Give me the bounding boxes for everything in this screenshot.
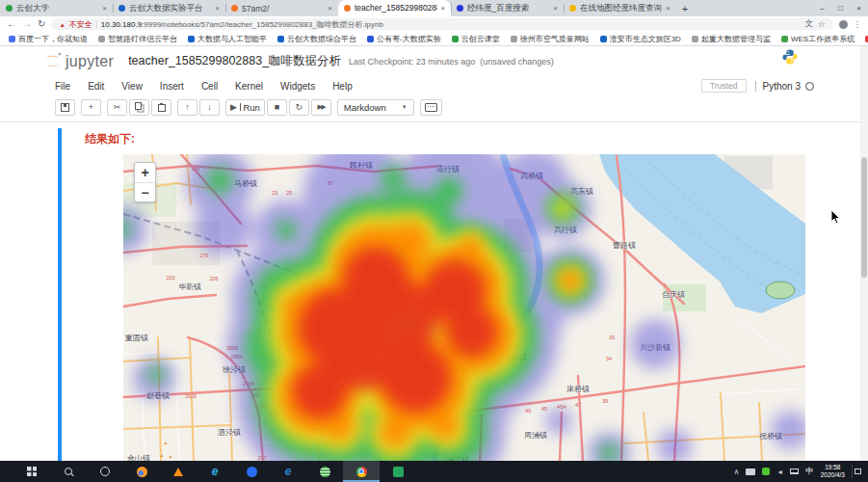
minimize-button[interactable]: – (813, 0, 831, 16)
move-cell-up-button[interactable]: ↑ (177, 99, 197, 116)
bookmark-item[interactable]: 智慧路灯伴侣云平台 (98, 34, 177, 44)
tab-favicon (457, 5, 463, 12)
restart-kernel-button[interactable]: ↻ (289, 99, 309, 116)
url-input[interactable]: ▲ 不安全 10.30.180.9:9999/notebooks/57am2/t… (51, 18, 832, 30)
tray-app-icon[interactable] (762, 468, 770, 475)
bookmark-item[interactable]: 徐州市空气质量网站 (511, 34, 590, 44)
close-button[interactable]: × (850, 0, 868, 16)
add-cell-button[interactable]: + (81, 99, 101, 116)
menu-cell[interactable]: Cell (201, 81, 218, 92)
action-center-icon[interactable] (852, 465, 863, 478)
bookmark-item[interactable]: 云创大数据综合平台 (277, 34, 356, 44)
browser-tab[interactable]: 在线地图经度纬度查询 — 经纬× (564, 0, 676, 16)
input-method-indicator[interactable]: 中 (805, 466, 814, 477)
profile-avatar[interactable] (839, 20, 848, 29)
firefox-button[interactable] (123, 461, 160, 482)
map-zoom-control: + − (134, 162, 156, 202)
tab-close-icon[interactable]: × (102, 4, 107, 13)
notebook-page: jupyter teacher_1585299802883_咖啡数据分析 Las… (0, 46, 868, 461)
map-town-label: 九亭镇 (280, 410, 303, 420)
menu-insert[interactable]: Insert (160, 81, 184, 92)
menu-edit[interactable]: Edit (88, 81, 104, 92)
bookmark-item[interactable]: WES工作效率系统 (781, 34, 855, 44)
menu-view[interactable]: View (121, 81, 143, 92)
search-button[interactable] (50, 461, 87, 482)
cut-cell-button[interactable]: ✂ (107, 99, 127, 116)
tab-close-icon[interactable]: × (328, 4, 332, 13)
tab-close-icon[interactable]: × (215, 4, 220, 13)
clock[interactable]: 19:582020/4/3 (821, 464, 845, 479)
reload-icon[interactable]: ↻ (38, 19, 45, 29)
copy-cell-button[interactable] (129, 99, 149, 116)
map-road-number: 285A (231, 354, 244, 360)
chrome-button[interactable] (343, 461, 380, 482)
tab-close-icon[interactable]: × (440, 4, 445, 13)
bookmark-item[interactable]: 百度一下，你就知道 (9, 34, 88, 44)
network-icon[interactable] (790, 469, 799, 474)
menu-widgets[interactable]: Widgets (280, 81, 315, 92)
bookmark-favicon (277, 36, 284, 42)
save-button[interactable] (55, 99, 75, 116)
vlc-button[interactable] (160, 461, 197, 482)
menu-file[interactable]: File (55, 81, 70, 92)
zoom-out-button[interactable]: − (135, 182, 155, 201)
menu-kernel[interactable]: Kernel (235, 81, 263, 92)
bookmark-item[interactable]: 公有哥-大数据实验 (367, 34, 441, 44)
tab-favicon (118, 5, 125, 12)
tab-close-icon[interactable]: × (666, 4, 671, 13)
browser-tab[interactable]: teacher_1585299802883_咖啡数× (338, 0, 451, 16)
bookmark-item[interactable]: 大数据与人工智能平 (188, 34, 267, 44)
stop-icon: ■ (275, 102, 279, 112)
browser-tab[interactable]: 云创大数据实验平台× (113, 0, 225, 16)
start-button[interactable] (13, 461, 50, 482)
bookmark-label: 大数据与人工智能平 (197, 34, 267, 44)
browser-tab[interactable]: 经纬度_百度搜索× (451, 0, 564, 16)
eclipse-button[interactable] (306, 461, 343, 482)
bookmark-item[interactable]: 起重大数据管理与监 (692, 34, 771, 44)
bookmark-star-icon[interactable]: ☆ (818, 19, 826, 29)
back-icon[interactable]: ← (7, 19, 16, 29)
page-scrollbar[interactable] (860, 46, 868, 461)
python-logo (781, 48, 799, 66)
run-cell-button[interactable]: ▶Run (225, 99, 265, 116)
browser-tab[interactable]: 57am2/× (225, 0, 338, 16)
zoom-in-button[interactable]: + (135, 163, 155, 182)
netdisk-button[interactable] (233, 461, 270, 482)
cell-type-select[interactable]: Markdown▼ (337, 99, 414, 116)
devtool-button[interactable] (380, 461, 416, 482)
tabs-container: 云创大学×云创大数据实验平台×57am2/×teacher_1585299802… (0, 0, 676, 16)
cortana-icon (100, 467, 110, 476)
heatmap-output[interactable]: 马桥镇顾村镇庙行镇高桥镇高东镇高行镇曹路镇合庆镇华新镇江桥镇重固镇徐泾镇赵巷镇泗… (123, 154, 805, 461)
maximize-button[interactable]: □ (831, 0, 850, 16)
edge-button[interactable]: e (270, 461, 306, 482)
map-town-label: 周浦镇 (524, 430, 547, 441)
cortana-button[interactable] (87, 461, 123, 482)
forward-icon[interactable]: → (22, 19, 32, 29)
notebook-title[interactable]: teacher_1585299802883_咖啡数据分析 (128, 53, 341, 69)
scrollbar-thumb[interactable] (861, 157, 867, 278)
new-tab-button[interactable]: + (676, 3, 694, 14)
jupyter-wordmark[interactable]: jupyter (66, 53, 114, 70)
translate-icon[interactable]: 文 (804, 18, 813, 30)
touch-keyboard-icon[interactable] (746, 469, 755, 475)
volume-icon[interactable]: ◄ (776, 469, 783, 475)
command-palette-button[interactable] (420, 99, 442, 116)
tab-close-icon[interactable]: × (553, 4, 558, 13)
tray-expand-icon[interactable]: ∧ (733, 468, 739, 476)
selected-cell-indicator[interactable] (58, 128, 62, 461)
bookmark-item[interactable]: 淮安市生态文旅区3D (600, 34, 681, 44)
toolbar-separator (0, 121, 860, 122)
move-cell-down-button[interactable]: ↓ (199, 99, 220, 116)
menu-help[interactable]: Help (332, 81, 353, 92)
map-road-number: 47 (575, 402, 581, 408)
ie-button[interactable]: e (197, 461, 233, 482)
interrupt-kernel-button[interactable]: ■ (267, 99, 287, 116)
chrome-menu-icon[interactable]: ⋮ (854, 19, 862, 29)
trusted-button[interactable]: Trusted (701, 79, 747, 93)
paste-icon (158, 104, 166, 112)
paste-cell-button[interactable] (151, 99, 171, 116)
tab-title: 57am2/ (242, 4, 325, 13)
browser-tab[interactable]: 云创大学× (0, 0, 113, 16)
restart-run-all-button[interactable]: ▶▶ (311, 99, 331, 116)
bookmark-item[interactable]: 云创云课堂 (452, 34, 500, 44)
